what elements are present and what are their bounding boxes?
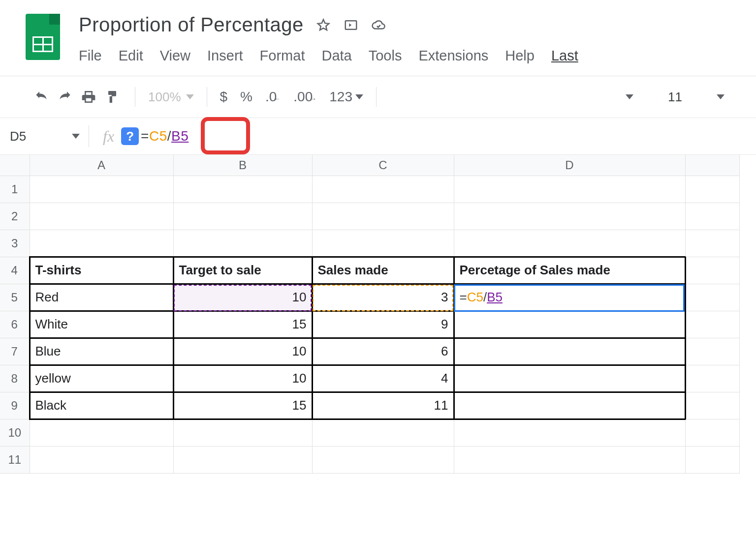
col-header-extra[interactable] — [685, 155, 739, 176]
cloud-status-icon[interactable] — [371, 17, 386, 33]
row-header[interactable]: 11 — [0, 446, 30, 473]
cell[interactable]: Target to sale — [173, 257, 312, 284]
col-header-a[interactable]: A — [30, 155, 173, 176]
cell[interactable]: Sales made — [312, 257, 454, 284]
cell[interactable]: 15 — [173, 392, 312, 419]
row-header[interactable]: 1 — [0, 176, 30, 203]
row-header[interactable]: 5 — [0, 284, 30, 311]
formula-bar: D5 fx ? =C5/B5 — [0, 118, 756, 154]
cell[interactable]: T-shirts — [30, 257, 173, 284]
font-select[interactable] — [626, 94, 633, 99]
font-size-input[interactable]: 11 — [668, 89, 682, 105]
row-header[interactable]: 10 — [0, 419, 30, 446]
cell[interactable]: 6 — [312, 338, 454, 365]
menu-file[interactable]: File — [79, 48, 102, 64]
cell[interactable] — [454, 392, 685, 419]
cell[interactable]: Blue — [30, 338, 173, 365]
redo-button[interactable] — [55, 87, 75, 107]
cell[interactable]: 11 — [312, 392, 454, 419]
menu-extensions[interactable]: Extensions — [418, 48, 488, 64]
row-header[interactable]: 4 — [0, 257, 30, 284]
select-all-corner[interactable] — [0, 155, 30, 176]
cell[interactable]: Percetage of Sales made — [454, 257, 685, 284]
cell[interactable]: 9 — [312, 311, 454, 338]
move-icon[interactable] — [343, 17, 359, 33]
menu-view[interactable]: View — [160, 48, 190, 64]
toolbar: 100% $ % .0← .00→ 123 11 — [0, 76, 756, 118]
row-header[interactable]: 7 — [0, 338, 30, 365]
menu-insert[interactable]: Insert — [207, 48, 243, 64]
document-title[interactable]: Proportion of Percentage — [79, 14, 304, 36]
row-header[interactable]: 6 — [0, 311, 30, 338]
undo-button[interactable] — [32, 87, 51, 107]
star-icon[interactable] — [315, 17, 331, 33]
zoom-select[interactable]: 100% — [148, 89, 194, 105]
cell[interactable] — [454, 338, 685, 365]
col-header-c[interactable]: C — [312, 155, 454, 176]
spreadsheet-grid[interactable]: A B C D 1 2 3 4 T-shirts Target to sale … — [0, 155, 756, 474]
percent-button[interactable]: % — [240, 89, 252, 105]
menu-format[interactable]: Format — [260, 48, 305, 64]
row-header[interactable]: 9 — [0, 392, 30, 419]
cell[interactable]: Black — [30, 392, 173, 419]
cell[interactable]: yellow — [30, 365, 173, 392]
font-size-dropdown[interactable] — [717, 94, 724, 99]
row-header[interactable]: 3 — [0, 230, 30, 257]
sheets-logo[interactable] — [26, 14, 60, 60]
cell-d5[interactable]: =C5/B5 — [454, 284, 685, 311]
menu-last-edit[interactable]: Last — [551, 48, 578, 64]
col-header-d[interactable]: D — [454, 155, 685, 176]
print-button[interactable] — [79, 87, 98, 107]
more-formats-button[interactable]: 123 — [329, 89, 363, 105]
cell[interactable]: 10 — [173, 338, 312, 365]
menu-bar: File Edit View Insert Format Data Tools … — [79, 48, 578, 64]
menu-edit[interactable]: Edit — [119, 48, 143, 64]
menu-tools[interactable]: Tools — [369, 48, 402, 64]
row-header[interactable]: 8 — [0, 365, 30, 392]
name-box[interactable]: D5 — [0, 129, 89, 144]
cell[interactable] — [454, 365, 685, 392]
decrease-decimal-button[interactable]: .0← — [265, 89, 281, 105]
menu-data[interactable]: Data — [321, 48, 351, 64]
cell[interactable]: White — [30, 311, 173, 338]
formula-help-icon[interactable]: ? — [121, 127, 139, 145]
cell[interactable]: 15 — [173, 311, 312, 338]
row-header[interactable]: 2 — [0, 203, 30, 230]
cell[interactable]: Red — [30, 284, 173, 311]
cell[interactable]: 3 — [312, 284, 454, 311]
cell[interactable]: 10 — [173, 284, 312, 311]
currency-button[interactable]: $ — [220, 89, 228, 105]
annotation-highlight — [201, 117, 250, 154]
cell[interactable]: 10 — [173, 365, 312, 392]
paint-format-button[interactable] — [102, 87, 122, 107]
menu-help[interactable]: Help — [505, 48, 535, 64]
cell[interactable] — [454, 311, 685, 338]
formula-input[interactable]: =C5/B5 — [141, 128, 189, 144]
fx-icon: fx — [103, 127, 114, 146]
cell[interactable]: 4 — [312, 365, 454, 392]
col-header-b[interactable]: B — [173, 155, 312, 176]
increase-decimal-button[interactable]: .00→ — [293, 89, 316, 105]
